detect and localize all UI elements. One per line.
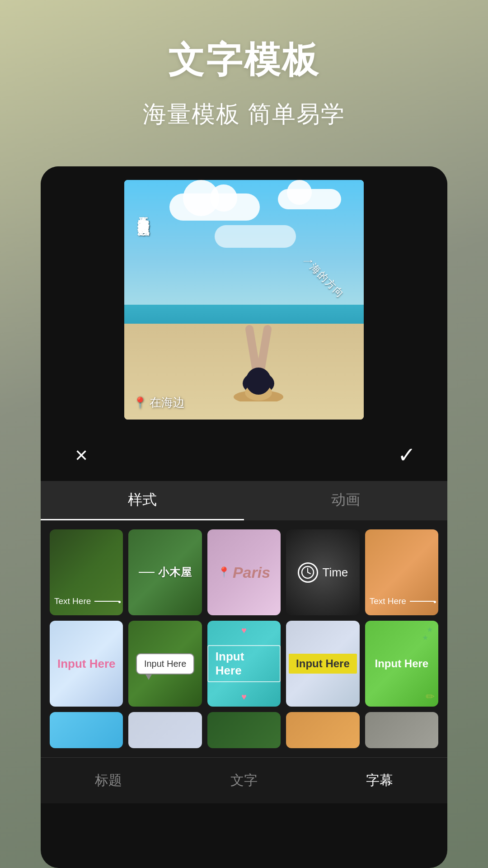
preview-image: 今天的海是什么颜色？ ↗海的方向 📍 在海边: [124, 180, 364, 420]
sky-bg: [124, 180, 364, 312]
confirm-button[interactable]: ✓: [393, 442, 420, 467]
template-item-t3[interactable]: 📍 Paris: [207, 529, 281, 615]
svg-line-8: [308, 572, 310, 574]
template-item-t6[interactable]: Input Here: [50, 621, 123, 707]
control-bar: × ✓: [41, 429, 447, 481]
template-item-t7[interactable]: Input Here: [128, 621, 202, 707]
template-item-t5[interactable]: Text Here ●: [365, 529, 438, 615]
nav-item-zimu[interactable]: 字幕: [312, 767, 447, 794]
template-item-t1[interactable]: Text Here ●: [50, 529, 123, 615]
template-item-t15[interactable]: [365, 712, 438, 748]
template-item-t11[interactable]: [50, 712, 123, 748]
tab-animation[interactable]: 动画: [244, 481, 447, 520]
location-icon: 📍: [133, 396, 147, 409]
template-item-t8[interactable]: ♥ Input Here ♥: [207, 621, 281, 707]
star-deco-top: ★: [427, 625, 433, 634]
template-row-1: Text Here ● 小木屋 📍 Paris: [50, 529, 438, 615]
image-preview-container: 今天的海是什么颜色？ ↗海的方向 📍 在海边: [41, 166, 447, 429]
nav-item-biaoti[interactable]: 标题: [41, 767, 176, 794]
phone-card: 今天的海是什么颜色？ ↗海的方向 📍 在海边 × ✓ 样式 动画 Text He…: [41, 166, 447, 868]
tabs-bar: 样式 动画: [41, 481, 447, 520]
person-figure: [222, 293, 295, 401]
template-grid: Text Here ● 小木屋 📍 Paris: [41, 520, 447, 757]
clock-icon: [298, 562, 318, 583]
pencil-icon: ✏: [426, 690, 435, 703]
heart-bottom: ♥: [241, 692, 247, 702]
location-tag: 📍 在海边: [133, 395, 185, 410]
location-text: 在海边: [150, 395, 185, 410]
template-item-t13[interactable]: [207, 712, 281, 748]
page-subtitle: 海量模板 简单易学: [143, 99, 345, 130]
template-item-t12[interactable]: [128, 712, 202, 748]
bottom-nav: 标题 文字 字幕: [41, 757, 447, 803]
time-template: Time: [298, 562, 348, 583]
template-item-t9[interactable]: Input Here: [286, 621, 359, 707]
svg-point-5: [246, 368, 271, 395]
tab-style[interactable]: 样式: [41, 481, 244, 520]
template-item-t2[interactable]: 小木屋: [128, 529, 202, 615]
header-section: 文字模板 海量模板 简单易学: [125, 0, 363, 148]
cloud-1: [169, 193, 260, 221]
cloud-3: [215, 225, 296, 248]
nav-item-wenzi[interactable]: 文字: [176, 767, 312, 794]
heart-top: ♥: [241, 625, 247, 636]
template-item-t10[interactable]: Input Here ★ ★ ✏: [365, 621, 438, 707]
vertical-text: 今天的海是什么颜色？: [136, 207, 151, 228]
template-row-2: Input Here Input Here ♥ Input Here ♥ Inp…: [50, 621, 438, 707]
template-row-3: [50, 712, 438, 748]
cloud-2: [278, 189, 341, 209]
page-title: 文字模板: [143, 36, 345, 85]
close-button[interactable]: ×: [68, 443, 95, 467]
star-deco-mid: ★: [422, 633, 428, 642]
template-item-t14[interactable]: [286, 712, 359, 748]
template-item-t4[interactable]: Time: [286, 529, 359, 615]
